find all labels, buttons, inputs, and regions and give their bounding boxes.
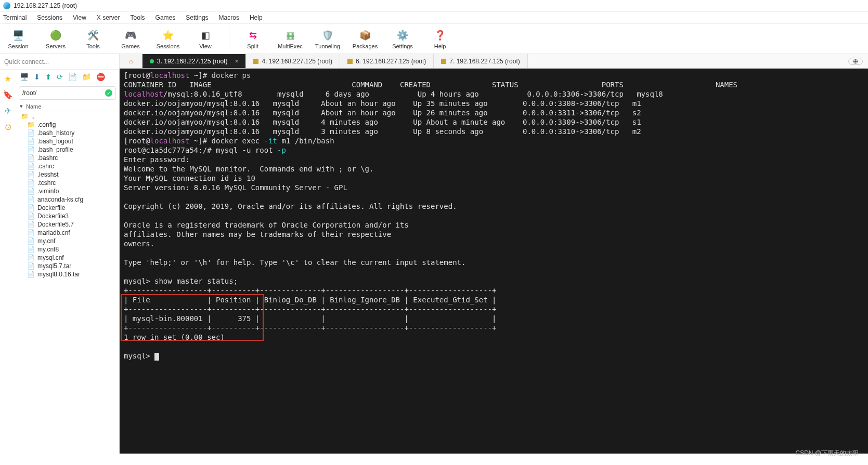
- file-name: .config: [37, 121, 56, 128]
- file-toolbar-icon-4[interactable]: 📄: [68, 73, 77, 81]
- menu-view[interactable]: View: [73, 14, 86, 21]
- list-item[interactable]: 📄.viminfo: [16, 187, 119, 195]
- toolbar-help[interactable]: ❓Help: [426, 29, 454, 49]
- file-icon: 📄: [27, 204, 34, 211]
- file-toolbar-icon-1[interactable]: ⬇: [34, 73, 40, 81]
- menu-terminal[interactable]: Terminal: [3, 14, 27, 21]
- toolbar-tools[interactable]: 🛠️Tools: [79, 29, 107, 49]
- toolbar-games[interactable]: 🎮Games: [116, 29, 145, 49]
- file-name: .viminfo: [37, 188, 59, 195]
- file-icon: 📄: [27, 262, 34, 270]
- path-input[interactable]: /root/ ✓: [19, 86, 116, 100]
- file-name: Dockerfile: [37, 204, 65, 211]
- folder-icon: 📁: [27, 121, 34, 128]
- side-icon-2[interactable]: ✈: [5, 106, 11, 116]
- file-list-header[interactable]: ▾ Name: [16, 102, 119, 111]
- list-item[interactable]: 📄Dockerfile5.7: [16, 220, 119, 229]
- window-titlebar: 192.168.227.125 (root): [0, 0, 868, 11]
- list-item[interactable]: 📄my.cnf: [16, 237, 119, 245]
- list-item[interactable]: 📁.config: [16, 121, 119, 129]
- file-icon: 📄: [27, 246, 34, 253]
- tab-session[interactable]: 7. 192.168.227.125 (root): [434, 54, 527, 68]
- file-icon: 📄: [27, 196, 34, 203]
- tab-home[interactable]: ⌂: [120, 54, 142, 68]
- file-icon: 📄: [27, 221, 34, 228]
- file-toolbar-icon-2[interactable]: ⬆: [45, 73, 51, 81]
- list-item[interactable]: 📄mysql8.0.16.tar: [16, 270, 119, 278]
- file-toolbar-icon-6[interactable]: ⛔: [96, 73, 105, 81]
- file-icon: 📄: [27, 271, 34, 278]
- tab-label: 4. 192.168.227.125 (root): [262, 58, 332, 65]
- session-tabs: ⌂3. 192.168.227.125 (root)×4. 192.168.22…: [120, 54, 868, 69]
- file-name: .bash_history: [37, 129, 74, 137]
- toolbar-servers[interactable]: 🟢Servers: [42, 29, 70, 49]
- menu-tools[interactable]: Tools: [131, 14, 145, 21]
- list-item[interactable]: 📄.tcshrc: [16, 179, 119, 187]
- list-item[interactable]: 📄my.cnf8: [16, 245, 119, 254]
- list-item[interactable]: 📄.bash_history: [16, 129, 119, 137]
- file-icon: 📄: [27, 129, 34, 137]
- side-icon-strip: ★🔖✈⊙: [0, 70, 16, 454]
- menu-x-server[interactable]: X server: [97, 14, 120, 21]
- tools-icon: 🛠️: [86, 29, 100, 42]
- list-item[interactable]: 📄Dockerfile: [16, 204, 119, 212]
- file-toolbar-icon-5[interactable]: 📁: [82, 73, 91, 81]
- session-sq-icon: [253, 59, 258, 64]
- list-item[interactable]: 📄.cshrc: [16, 162, 119, 170]
- file-name: anaconda-ks.cfg: [37, 196, 83, 203]
- menu-sessions[interactable]: Sessions: [37, 14, 62, 21]
- quick-connect-input[interactable]: Quick connect...: [0, 54, 119, 70]
- header-name-label: Name: [26, 103, 41, 110]
- toolbar-split[interactable]: ⇆Split: [239, 29, 267, 49]
- list-item[interactable]: 📄mysql.cnf: [16, 254, 119, 262]
- list-item[interactable]: 📄Dockerfile3: [16, 212, 119, 220]
- tab-session[interactable]: 3. 192.168.227.125 (root)×: [142, 54, 246, 68]
- toolbar-sessions[interactable]: ⭐Sessions: [154, 29, 182, 49]
- list-item[interactable]: 📄mariadb.cnf: [16, 229, 119, 237]
- toolbar-session[interactable]: 🖥️Session: [4, 29, 32, 49]
- toolbar-view[interactable]: ◧View: [191, 29, 219, 49]
- file-name: mariadb.cnf: [37, 229, 70, 236]
- list-item[interactable]: 📁..: [16, 112, 119, 121]
- toolbar-settings[interactable]: ⚙️Settings: [388, 29, 417, 49]
- file-list[interactable]: 📁..📁.config📄.bash_history📄.bash_logout📄.…: [16, 111, 119, 454]
- list-item[interactable]: 📄.bash_logout: [16, 137, 119, 145]
- list-item[interactable]: 📄.bashrc: [16, 154, 119, 162]
- file-name: .bashrc: [37, 154, 58, 162]
- file-toolbar-icon-3[interactable]: ⟳: [57, 73, 63, 81]
- path-text: /root/: [22, 89, 36, 97]
- tab-label: 7. 192.168.227.125 (root): [449, 58, 520, 65]
- left-panel: Quick connect... ★🔖✈⊙ 🖥️⬇⬆⟳📄📁⛔ /root/ ✓ …: [0, 54, 120, 454]
- tab-session[interactable]: 6. 192.168.227.125 (root): [340, 54, 434, 68]
- menu-macros[interactable]: Macros: [219, 14, 239, 21]
- tab-session[interactable]: 4. 192.168.227.125 (root): [246, 54, 340, 68]
- toolbar-multiexec[interactable]: ▦MultiExec: [276, 29, 304, 49]
- side-icon-1[interactable]: 🔖: [3, 90, 13, 100]
- side-icon-3[interactable]: ⊙: [5, 122, 11, 132]
- list-item[interactable]: 📄.lesshst: [16, 170, 119, 179]
- header-toggle-icon[interactable]: ▾: [20, 103, 23, 110]
- list-item[interactable]: 📄mysql5.7.tar: [16, 262, 119, 270]
- tabs-action[interactable]: ⊕: [843, 54, 868, 68]
- file-toolbar-icon-0[interactable]: 🖥️: [20, 73, 29, 81]
- menu-help[interactable]: Help: [250, 14, 263, 21]
- toolbar-label: Split: [247, 43, 258, 49]
- sessions-icon: ⭐: [161, 29, 175, 42]
- toolbar-tunneling[interactable]: 🛡️Tunneling: [314, 29, 342, 49]
- settings-icon: ⚙️: [396, 29, 409, 42]
- terminal[interactable]: [root@localhost ~]# docker ps CONTAINER …: [120, 69, 868, 454]
- toolbar-label: Games: [121, 43, 139, 49]
- toolbar-label: View: [199, 43, 212, 49]
- toolbar-packages[interactable]: 📦Packages: [351, 29, 379, 49]
- file-icon: 📄: [27, 179, 34, 187]
- menu-settings[interactable]: Settings: [186, 14, 208, 21]
- folder-icon: 📁: [21, 113, 28, 120]
- close-icon[interactable]: ×: [235, 58, 238, 65]
- multiexec-icon: ▦: [283, 29, 297, 42]
- file-toolbar: 🖥️⬇⬆⟳📄📁⛔: [16, 70, 119, 84]
- list-item[interactable]: 📄anaconda-ks.cfg: [16, 195, 119, 204]
- path-ok-icon: ✓: [105, 89, 112, 97]
- list-item[interactable]: 📄.bash_profile: [16, 145, 119, 154]
- side-icon-0[interactable]: ★: [4, 74, 11, 84]
- menu-games[interactable]: Games: [156, 14, 176, 21]
